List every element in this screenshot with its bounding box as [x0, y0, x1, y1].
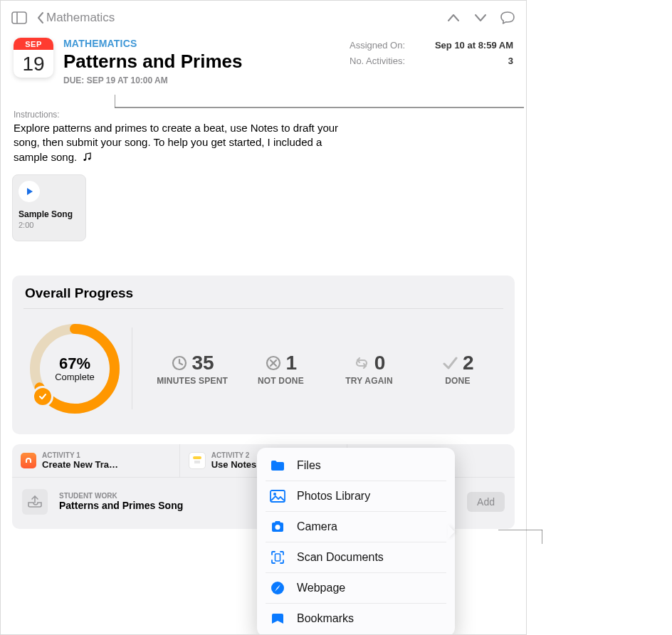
notes-app-icon	[189, 452, 206, 469]
add-popover: Files Photos Library Camera Scan Documen…	[257, 448, 455, 635]
stat-minutes-value: 35	[192, 352, 214, 374]
popover-item-scan[interactable]: Scan Documents	[266, 542, 446, 572]
stat-try-again-value: 0	[374, 352, 386, 374]
calendar-month: SEP	[14, 38, 53, 50]
page-title: Patterns and Primes	[63, 51, 340, 73]
stat-minutes-label: MINUTES SPENT	[152, 376, 232, 386]
retry-icon	[353, 355, 370, 372]
calendar-icon: SEP 19	[14, 38, 53, 78]
svg-point-20	[275, 525, 280, 530]
svg-marker-6	[27, 188, 33, 195]
attachment-title: Sample Song	[19, 209, 80, 219]
activity-1-num: ACTIVITY 1	[42, 451, 118, 459]
submission-tray-icon	[22, 489, 48, 515]
garageband-icon	[21, 453, 36, 468]
popover-item-webpage[interactable]: Webpage	[266, 572, 446, 603]
overall-progress-card: Overall Progress 67% Complete	[12, 275, 515, 434]
divider	[132, 327, 132, 409]
stat-minutes: 35 MINUTES SPENT	[148, 352, 236, 386]
stat-try-again: 0 TRY AGAIN	[325, 352, 414, 386]
sidebar-toggle-icon[interactable]	[9, 8, 29, 28]
music-notes-icon	[81, 151, 93, 162]
instructions-text: Explore patterns and primes to create a …	[14, 122, 338, 163]
due-label: DUE: SEP 19 AT 10:00 AM	[63, 75, 340, 85]
student-work-label: STUDENT WORK	[59, 492, 183, 500]
activity-1[interactable]: ACTIVITY 1 Create New Tra…	[12, 444, 179, 477]
popover-label: Files	[297, 459, 321, 472]
safari-icon	[270, 580, 285, 596]
svg-point-19	[273, 493, 276, 495]
assignment-meta: Assigned On: Sep 10 at 8:59 AM No. Activ…	[350, 38, 513, 85]
progress-ring: 67% Complete	[25, 319, 125, 419]
student-work-title: Patterns and Primes Song	[59, 500, 183, 511]
stat-done-value: 2	[463, 352, 474, 374]
divider	[23, 308, 503, 309]
attachment-sample-song[interactable]: Sample Song 2:00	[12, 174, 86, 241]
bookmark-icon	[270, 611, 285, 626]
popover-label: Scan Documents	[297, 551, 384, 564]
popover-item-camera[interactable]: Camera	[266, 511, 446, 542]
check-icon	[441, 355, 458, 372]
stat-not-done-label: NOT DONE	[241, 376, 320, 386]
calendar-day: 19	[14, 50, 53, 78]
popover-label: Bookmarks	[297, 612, 354, 625]
instructions-body: Explore patterns and primes to create a …	[1, 121, 354, 164]
assigned-on-label: Assigned On:	[350, 38, 405, 53]
comment-icon[interactable]	[498, 8, 518, 28]
stat-done-label: DONE	[418, 376, 498, 386]
not-done-icon	[265, 355, 282, 372]
popover-item-photos[interactable]: Photos Library	[266, 481, 446, 511]
prev-item-icon[interactable]	[443, 8, 463, 28]
camera-icon	[270, 519, 285, 535]
stat-not-done: 1 NOT DONE	[236, 352, 325, 386]
clock-icon	[171, 355, 188, 372]
svg-rect-21	[275, 554, 280, 561]
progress-percent: 67%	[55, 355, 95, 373]
add-button[interactable]: Add	[467, 492, 505, 512]
attachment-duration: 2:00	[19, 221, 80, 229]
popover-item-files[interactable]: Files	[266, 451, 446, 481]
progress-percent-sub: Complete	[55, 372, 95, 382]
num-activities-label: No. Activities:	[350, 53, 405, 69]
popover-item-bookmarks[interactable]: Bookmarks	[266, 603, 446, 634]
progress-title: Overall Progress	[25, 285, 502, 301]
popover-label: Camera	[297, 520, 337, 533]
num-activities-value: 3	[508, 53, 513, 69]
checkmark-badge-icon	[32, 386, 53, 407]
subject-label: MATHEMATICS	[63, 38, 340, 49]
svg-rect-18	[271, 490, 285, 502]
scan-icon	[270, 550, 285, 565]
popover-label: Webpage	[297, 582, 345, 594]
assigned-on-value: Sep 10 at 8:59 AM	[435, 38, 513, 53]
svg-rect-0	[12, 12, 26, 23]
activity-1-title: Create New Tra…	[42, 459, 118, 470]
next-item-icon[interactable]	[471, 8, 490, 28]
svg-rect-14	[193, 456, 201, 459]
breadcrumb-label: Mathematics	[46, 11, 115, 25]
play-icon[interactable]	[19, 181, 40, 202]
instructions-label: Instructions:	[1, 85, 526, 121]
stat-done: 2 DONE	[414, 352, 502, 386]
stat-not-done-value: 1	[286, 352, 298, 374]
chevron-left-icon	[36, 11, 45, 24]
breadcrumb[interactable]: Mathematics	[36, 11, 115, 25]
stat-try-again-label: TRY AGAIN	[330, 376, 409, 386]
folder-icon	[270, 458, 285, 473]
popover-label: Photos Library	[297, 490, 370, 503]
title-bar: Mathematics	[1, 1, 526, 35]
photo-icon	[270, 488, 285, 504]
